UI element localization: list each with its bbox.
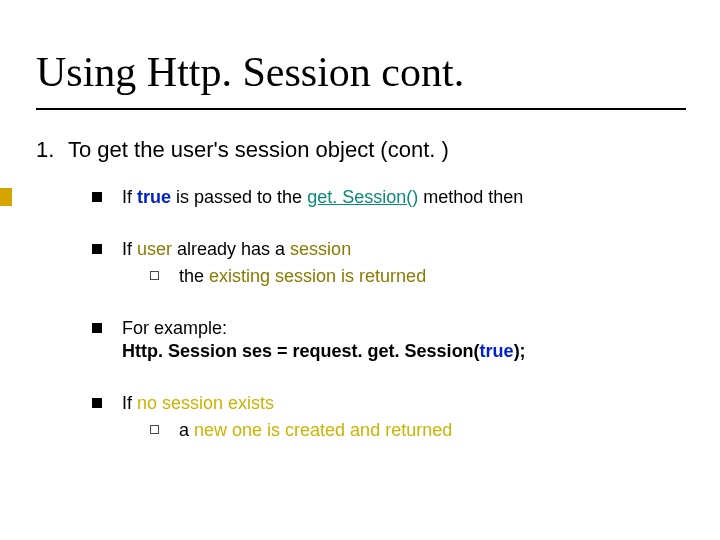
item-text: To get the user's session object (cont. … bbox=[68, 136, 449, 164]
square-bullet-icon bbox=[92, 244, 102, 254]
item-number: 1. bbox=[36, 136, 68, 164]
bullet-item: If user already has a session the existi… bbox=[92, 238, 686, 287]
bullet-text: If true is passed to the get. Session() … bbox=[122, 186, 523, 209]
hollow-square-bullet-icon bbox=[150, 425, 159, 434]
keyword-true: true bbox=[480, 341, 514, 361]
bullet-text: If user already has a session the existi… bbox=[122, 238, 426, 287]
square-bullet-icon bbox=[92, 192, 102, 202]
bullet-list: If true is passed to the get. Session() … bbox=[92, 186, 686, 442]
keyword-no-session: no session exists bbox=[137, 393, 274, 413]
method-name: get. Session() bbox=[307, 187, 418, 207]
keyword-user: user bbox=[137, 239, 172, 259]
sub-list: a new one is created and returned bbox=[122, 419, 452, 442]
slide-title: Using Http. Session cont. bbox=[36, 48, 464, 96]
sub-bullet-item: the existing session is returned bbox=[150, 265, 426, 288]
keyword-true: true bbox=[137, 187, 171, 207]
square-bullet-icon bbox=[92, 398, 102, 408]
keyword-session: session bbox=[290, 239, 351, 259]
slide-body: 1. To get the user's session object (con… bbox=[36, 136, 686, 471]
sub-list: the existing session is returned bbox=[122, 265, 426, 288]
sub-bullet-text: the existing session is returned bbox=[179, 265, 426, 288]
sub-bullet-text: a new one is created and returned bbox=[179, 419, 452, 442]
bullet-text: If no session exists a new one is create… bbox=[122, 392, 452, 441]
bullet-item: If no session exists a new one is create… bbox=[92, 392, 686, 441]
accent-bar bbox=[0, 188, 12, 206]
title-rule bbox=[36, 108, 686, 110]
hollow-square-bullet-icon bbox=[150, 271, 159, 280]
numbered-item: 1. To get the user's session object (con… bbox=[36, 136, 686, 164]
bullet-text: For example: Http. Session ses = request… bbox=[122, 317, 526, 362]
bullet-item: If true is passed to the get. Session() … bbox=[92, 186, 686, 209]
sub-bullet-item: a new one is created and returned bbox=[150, 419, 452, 442]
slide: Using Http. Session cont. 1. To get the … bbox=[0, 0, 720, 540]
square-bullet-icon bbox=[92, 323, 102, 333]
code-example: Http. Session ses = request. get. Sessio… bbox=[122, 340, 526, 363]
bullet-item: For example: Http. Session ses = request… bbox=[92, 317, 686, 362]
